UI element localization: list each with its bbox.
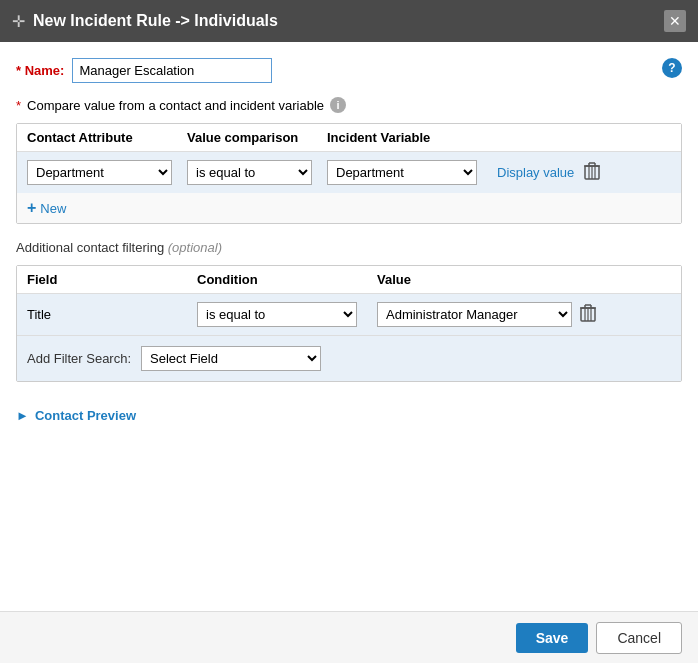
col-incident-variable: Incident Variable (327, 130, 497, 145)
filter-value-select[interactable]: Administrator Manager Manager Administra… (377, 302, 572, 327)
col-contact-attribute: Contact Attribute (27, 130, 187, 145)
value-comparison-select[interactable]: is equal to is not equal to contains (187, 160, 312, 185)
plus-icon: + (27, 199, 36, 217)
new-button-label: New (40, 201, 66, 216)
move-cursor-icon: ✛ (12, 12, 25, 31)
contact-preview-row[interactable]: ► Contact Preview (16, 398, 682, 433)
name-input[interactable] (72, 58, 272, 83)
save-button[interactable]: Save (516, 623, 589, 653)
title-bar: ✛ New Incident Rule -> Individuals ✕ (0, 0, 698, 42)
additional-filtering-title: Additional contact filtering (optional) (16, 240, 682, 255)
info-icon[interactable]: i (330, 97, 346, 113)
incident-variable-select[interactable]: Department Title Name (327, 160, 477, 185)
name-label: * Name: (16, 63, 64, 78)
new-button-row: + New (17, 193, 681, 223)
name-row: * Name: (16, 58, 682, 83)
add-filter-select[interactable]: Select Field Title Department Email Phon… (141, 346, 321, 371)
close-button[interactable]: ✕ (664, 10, 686, 32)
help-icon[interactable]: ? (662, 58, 682, 78)
compare-label-row: * Compare value from a contact and incid… (16, 97, 682, 113)
compare-text: Compare value from a contact and inciden… (27, 98, 324, 113)
attr-table-row: Department Title Email is equal to is no… (17, 152, 681, 193)
filter-value-cell: Administrator Manager Manager Administra… (377, 302, 671, 327)
add-filter-row: Add Filter Search: Select Field Title De… (17, 336, 681, 381)
contact-attr-select[interactable]: Department Title Email (27, 160, 172, 185)
attr-row-actions: Display value (497, 162, 671, 184)
contact-attribute-table: Contact Attribute Value comparison Incid… (16, 123, 682, 224)
main-content: ? * Name: * Compare value from a contact… (0, 42, 698, 611)
footer: Save Cancel (0, 611, 698, 663)
filter-table: Field Condition Value Title is equal to … (16, 265, 682, 382)
filter-table-row: Title is equal to is not equal to contai… (17, 294, 681, 336)
compare-required-mark: * (16, 98, 21, 113)
optional-text: (optional) (168, 240, 222, 255)
attr-table-header: Contact Attribute Value comparison Incid… (17, 124, 681, 152)
col-field: Field (27, 272, 197, 287)
cancel-button[interactable]: Cancel (596, 622, 682, 654)
filter-field-label: Title (27, 307, 197, 322)
chevron-right-icon: ► (16, 408, 29, 423)
col-condition: Condition (197, 272, 377, 287)
delete-attr-row-button[interactable] (580, 162, 604, 184)
col-value: Value (377, 272, 671, 287)
add-filter-label: Add Filter Search: (27, 351, 131, 366)
dialog-title: New Incident Rule -> Individuals (33, 12, 278, 30)
contact-preview-label: Contact Preview (35, 408, 136, 423)
display-value-link[interactable]: Display value (497, 165, 574, 180)
filter-condition-select[interactable]: is equal to is not equal to contains (197, 302, 357, 327)
col-value-comparison: Value comparison (187, 130, 327, 145)
new-attribute-button[interactable]: + New (27, 199, 66, 217)
filter-table-header: Field Condition Value (17, 266, 681, 294)
delete-filter-row-button[interactable] (576, 304, 600, 326)
